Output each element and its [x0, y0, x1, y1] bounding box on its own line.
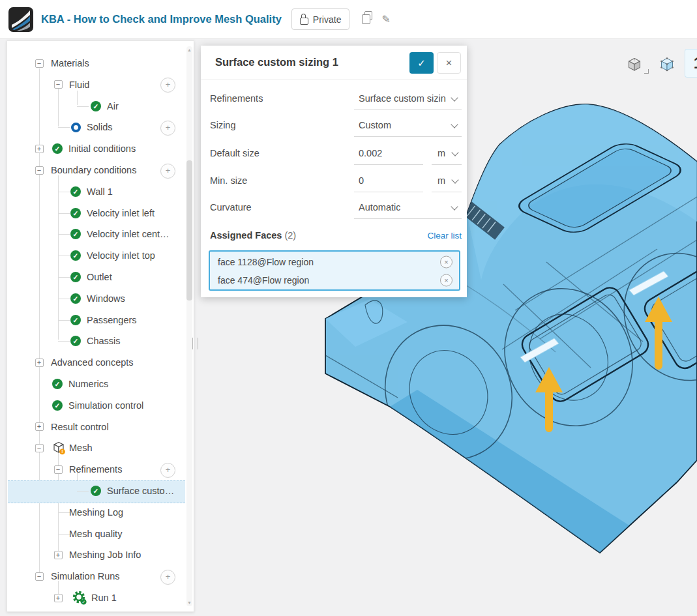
tree-connector — [58, 277, 70, 278]
scroll-down-icon[interactable]: ▼ — [187, 600, 192, 605]
add-child-button[interactable]: + — [160, 463, 175, 478]
dropdown-value[interactable]: Automatic — [359, 202, 400, 213]
collapse-toggle[interactable]: − — [35, 166, 44, 175]
expand-toggle[interactable]: + — [54, 594, 63, 602]
chevron-down-icon[interactable] — [451, 203, 458, 210]
assigned-face-name: face 1128@Flow region — [218, 257, 314, 267]
tree-item-solids[interactable]: Solids — [87, 122, 113, 132]
assigned-faces-box: face 1128@Flow region×face 474@Flow regi… — [209, 250, 460, 291]
mesh-cube-icon — [659, 56, 675, 73]
tree-item-windows[interactable]: Windows — [87, 293, 125, 304]
tree-guide — [58, 175, 59, 340]
panel-resize-handle[interactable] — [192, 338, 198, 349]
clear-list-link[interactable]: Clear list — [427, 231, 462, 241]
scroll-up-icon[interactable]: ▲ — [187, 48, 192, 52]
tree-item-wall-1[interactable]: Wall 1 — [87, 186, 113, 197]
tree-item-refinements[interactable]: Refinements — [69, 464, 122, 475]
tree-item-velocity-inlet-left[interactable]: Velocity inlet left — [87, 208, 155, 218]
tree-item-mesh[interactable]: Mesh — [69, 443, 92, 453]
chevron-down-icon[interactable] — [451, 149, 458, 156]
view-cube-icon — [626, 56, 643, 73]
chevron-down-icon[interactable] — [451, 94, 458, 101]
confirm-button[interactable]: ✓ — [409, 52, 434, 74]
check-status-icon: ✓ — [70, 272, 81, 282]
tree-item-boundary-conditions[interactable]: Boundary conditions — [51, 165, 136, 175]
svg-text:!: ! — [61, 450, 63, 454]
tree-item-run-1[interactable]: Run 1 — [91, 593, 117, 603]
tree-item-mesh-quality[interactable]: Mesh quality — [69, 529, 122, 539]
tree-item-velocity-inlet-cent-[interactable]: Velocity inlet cent… — [87, 229, 170, 239]
expand-toggle[interactable]: + — [35, 359, 44, 367]
collapse-toggle[interactable]: − — [35, 444, 44, 452]
chevron-down-icon[interactable] — [451, 176, 458, 183]
unit-underline — [432, 192, 462, 192]
check-status-icon: ✓ — [70, 250, 81, 261]
tree-item-simulation-runs[interactable]: Simulation Runs — [51, 571, 120, 581]
tree-item-advanced-concepts[interactable]: Advanced concepts — [51, 357, 134, 368]
check-status-icon: ✓ — [70, 336, 81, 346]
remove-face-button[interactable]: × — [440, 274, 452, 287]
tree-item-surface-custo-[interactable]: Surface custo… — [107, 486, 174, 496]
dropdown-value[interactable]: Surface custom sizin — [359, 93, 446, 104]
unit-value[interactable]: m — [437, 148, 445, 158]
collapse-toggle[interactable]: − — [54, 80, 63, 89]
privacy-button[interactable]: Private — [291, 8, 350, 30]
input-value[interactable]: 0.002 — [359, 148, 382, 158]
tree-connector — [58, 320, 70, 321]
svg-text:✓: ✓ — [82, 600, 85, 604]
assigned-faces-count: (2) — [284, 230, 296, 241]
lock-icon — [300, 18, 308, 25]
add-child-button[interactable]: + — [160, 164, 175, 179]
tree-item-meshing-job-info[interactable]: Meshing Job Info — [69, 550, 141, 560]
pencil-icon[interactable]: ✎ — [381, 13, 390, 25]
tree-scrollbar-track[interactable] — [186, 46, 192, 606]
expand-toggle[interactable]: + — [35, 145, 44, 153]
clipped-toolbar-button[interactable]: 1 — [685, 49, 697, 78]
mesh-cube-button[interactable] — [656, 53, 678, 76]
tree-connector — [58, 213, 70, 214]
add-child-button[interactable]: + — [160, 121, 175, 136]
input-value[interactable]: 0 — [359, 175, 364, 186]
app-root: { "colors":{"accent":"#0f81a8","title_bl… — [0, 0, 697, 616]
add-child-button[interactable]: + — [160, 570, 175, 585]
collapse-toggle[interactable]: − — [35, 572, 44, 581]
tree-scrollbar-thumb[interactable] — [186, 160, 192, 301]
unit-value[interactable]: m — [437, 175, 445, 186]
assigned-face-row: face 474@Flow region× — [210, 271, 459, 289]
mesh-icon: ! — [52, 441, 66, 455]
tree-item-result-control[interactable]: Result control — [51, 422, 109, 432]
check-status-icon: ✓ — [70, 208, 81, 218]
tree-item-chassis[interactable]: Chassis — [87, 336, 121, 346]
expand-toggle[interactable]: + — [35, 422, 44, 431]
check-status-icon: ✓ — [52, 143, 63, 154]
collapse-toggle[interactable]: − — [54, 465, 63, 474]
dialog-divider — [201, 80, 467, 80]
tree-item-meshing-log[interactable]: Meshing Log — [69, 507, 123, 518]
dropdown-value[interactable]: Custom — [359, 120, 391, 130]
expand-toggle[interactable]: + — [54, 551, 63, 559]
tree-item-fluid[interactable]: Fluid — [69, 80, 89, 90]
view-cube-corner-mark — [644, 69, 649, 74]
field-label-refinements: Refinements — [210, 93, 263, 104]
tree-item-numerics[interactable]: Numerics — [68, 379, 108, 389]
copy-icon[interactable] — [362, 14, 370, 24]
add-child-button[interactable]: + — [160, 78, 175, 93]
tree-item-passengers[interactable]: Passengers — [87, 315, 137, 325]
solids-icon — [71, 123, 81, 132]
tree-item-simulation-control[interactable]: Simulation control — [68, 400, 143, 411]
tree-item-air[interactable]: Air — [107, 101, 119, 111]
chevron-down-icon[interactable] — [451, 121, 458, 128]
field-label-curvature: Curvature — [210, 202, 252, 213]
tree-item-velocity-inlet-top[interactable]: Velocity inlet top — [87, 250, 155, 261]
tree-item-initial-conditions[interactable]: Initial conditions — [68, 143, 136, 154]
check-status-icon: ✓ — [52, 400, 63, 411]
simulation-tree-panel: −Materials−Fluid+✓AirSolids++✓Initial co… — [7, 40, 194, 612]
view-cube-button[interactable] — [623, 53, 645, 76]
tree-item-outlet[interactable]: Outlet — [87, 272, 112, 282]
close-button[interactable]: × — [437, 52, 461, 74]
remove-face-button[interactable]: × — [440, 256, 452, 269]
field-label-min-size: Min. size — [210, 175, 247, 186]
tree-item-materials[interactable]: Materials — [51, 58, 89, 68]
collapse-toggle[interactable]: − — [35, 59, 44, 68]
field-underline — [354, 110, 462, 110]
